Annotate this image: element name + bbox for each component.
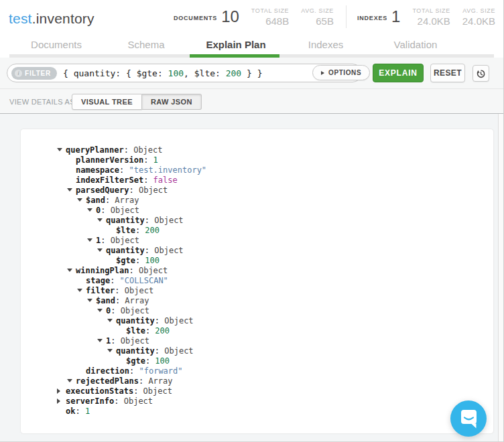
tree-key: $lte <box>116 226 135 235</box>
tree-row[interactable]: winningPlan: Object <box>57 265 493 275</box>
tree-colon: : <box>124 145 133 155</box>
tab-explain-plan[interactable]: Explain Plan <box>191 36 281 50</box>
tree-key: stage <box>86 276 110 285</box>
tree-row[interactable]: $gte: 100 <box>57 356 493 366</box>
tab-documents[interactable]: Documents <box>11 36 101 50</box>
tree-row[interactable]: quantity: Object <box>57 215 493 225</box>
options-toggle-button[interactable]: OPTIONS <box>312 65 370 80</box>
expand-caret-down-icon[interactable] <box>77 198 86 202</box>
expand-caret-down-icon[interactable] <box>87 208 96 212</box>
segment-raw-json[interactable]: RAW JSON <box>142 94 202 110</box>
tree-value-label: Array <box>115 196 139 205</box>
vertical-scrollbar[interactable] <box>498 114 503 442</box>
tree-row[interactable]: direction: "forward" <box>57 366 493 376</box>
tree-row[interactable]: $and: Array <box>57 295 493 305</box>
intercom-chat-button[interactable] <box>450 400 487 437</box>
tree-row[interactable]: 0: Object <box>57 205 493 215</box>
tree-row[interactable]: quantity: Object <box>57 315 493 325</box>
explain-button[interactable]: EXPLAIN <box>373 64 424 82</box>
tab-indexes[interactable]: Indexes <box>281 36 371 50</box>
expand-caret-down-icon[interactable] <box>97 339 106 342</box>
tree-colon: : <box>101 206 110 215</box>
expand-caret-down-icon[interactable] <box>97 309 106 312</box>
tree-row[interactable]: filter: Object <box>57 285 493 295</box>
tree-row[interactable]: indexFilterSet: false <box>57 175 493 185</box>
tree-row[interactable]: $lte: 200 <box>57 325 493 336</box>
tree-value-label: Object <box>154 246 183 255</box>
collection-stats: DOCUMENTS 10 TOTAL SIZE 648B AVG. SIZE 6… <box>174 5 495 28</box>
indexes-total-size-label: TOTAL SIZE <box>412 7 450 14</box>
tree-key: $lte <box>126 326 145 336</box>
tree-value-label: Object <box>139 186 168 195</box>
tree-row[interactable]: quantity: Object <box>57 245 493 255</box>
explain-json-tree: queryPlanner: ObjectplannerVersion: 1nam… <box>21 129 493 416</box>
tab-validation[interactable]: Validation <box>371 36 460 50</box>
tree-key: quantity <box>116 346 155 356</box>
tree-key: queryPlanner <box>66 145 124 155</box>
segment-visual-tree[interactable]: VISUAL TREE <box>72 94 142 110</box>
tree-row[interactable]: stage: "COLLSCAN" <box>57 275 493 285</box>
tree-key: serverInfo <box>66 396 114 406</box>
filter-query-input[interactable]: i FILTER { quantity: { $gte: 100, $lte: … <box>7 64 362 82</box>
tree-value-label: Array <box>125 296 149 305</box>
tree-colon: : <box>105 196 115 205</box>
expand-caret-down-icon[interactable] <box>67 269 76 272</box>
expand-caret-down-icon[interactable] <box>87 299 96 302</box>
query-bar: i FILTER { quantity: { $gte: 100, $lte: … <box>0 58 503 89</box>
expand-caret-right-icon[interactable] <box>57 388 66 394</box>
tree-colon: : <box>145 246 154 255</box>
indexes-total-size-value: 24.0KB <box>418 15 450 27</box>
tree-colon: : <box>135 226 145 235</box>
tab-schema[interactable]: Schema <box>101 36 191 50</box>
tree-row[interactable]: serverInfo: Object <box>57 396 493 406</box>
indexes-label: INDEXES <box>357 15 387 25</box>
tree-row[interactable]: parsedQuery: Object <box>57 185 493 195</box>
tree-row[interactable]: 1: Object <box>57 336 493 346</box>
tree-row[interactable]: $gte: 100 <box>57 255 493 265</box>
tree-key: namespace <box>76 165 119 175</box>
tree-key: quantity <box>106 246 145 255</box>
expand-caret-down-icon[interactable] <box>107 349 116 352</box>
tree-row[interactable]: queryPlanner: Object <box>57 145 493 155</box>
tree-colon: : <box>129 366 139 376</box>
expand-caret-down-icon[interactable] <box>97 248 106 252</box>
tree-value-label: Object <box>111 206 139 215</box>
tree-row[interactable]: 1: Object <box>57 235 493 245</box>
tree-key: winningPlan <box>76 266 129 275</box>
tree-colon: : <box>115 286 124 295</box>
query-history-button[interactable] <box>472 65 489 82</box>
tree-key: $gte <box>116 256 135 265</box>
tree-colon: : <box>129 266 138 275</box>
tree-row[interactable]: quantity: Object <box>57 346 493 356</box>
tree-colon: : <box>145 326 155 336</box>
expand-caret-down-icon[interactable] <box>67 379 76 382</box>
tree-colon: : <box>143 155 153 165</box>
indexes-avg-size-stat: AVG. SIZE 24.0KB <box>462 7 495 27</box>
tree-row[interactable]: ok: 1 <box>57 406 493 416</box>
options-label: OPTIONS <box>328 69 361 76</box>
expand-caret-down-icon[interactable] <box>107 319 116 322</box>
tree-row[interactable]: plannerVersion: 1 <box>57 155 493 165</box>
expand-caret-down-icon[interactable] <box>77 289 86 292</box>
expand-caret-down-icon[interactable] <box>57 148 66 151</box>
tree-value-label: Array <box>148 376 172 386</box>
tree-row[interactable]: $lte: 200 <box>57 225 493 235</box>
tree-row[interactable]: 0: Object <box>57 305 493 315</box>
tree-colon: : <box>155 346 164 356</box>
tree-row[interactable]: executionStats: Object <box>57 386 493 396</box>
tree-row[interactable]: namespace: "test.inventory" <box>57 165 493 175</box>
tree-colon: : <box>145 216 154 225</box>
tree-row[interactable]: $and: Array <box>57 195 493 205</box>
expand-caret-down-icon[interactable] <box>97 218 106 222</box>
tree-row[interactable]: rejectedPlans: Array <box>57 376 493 386</box>
expand-caret-right-icon[interactable] <box>57 398 66 404</box>
tree-key: ok <box>66 407 75 416</box>
documents-count: 10 <box>221 8 239 25</box>
tree-key: parsedQuery <box>76 186 129 195</box>
filter-query-text[interactable]: { quantity: { $gte: 100, $lte: 200 } } <box>63 68 262 78</box>
tree-colon: : <box>111 306 120 315</box>
reset-button[interactable]: RESET <box>430 64 465 82</box>
tree-value-label: Object <box>124 396 153 406</box>
expand-caret-down-icon[interactable] <box>67 188 76 192</box>
expand-caret-down-icon[interactable] <box>87 238 96 242</box>
